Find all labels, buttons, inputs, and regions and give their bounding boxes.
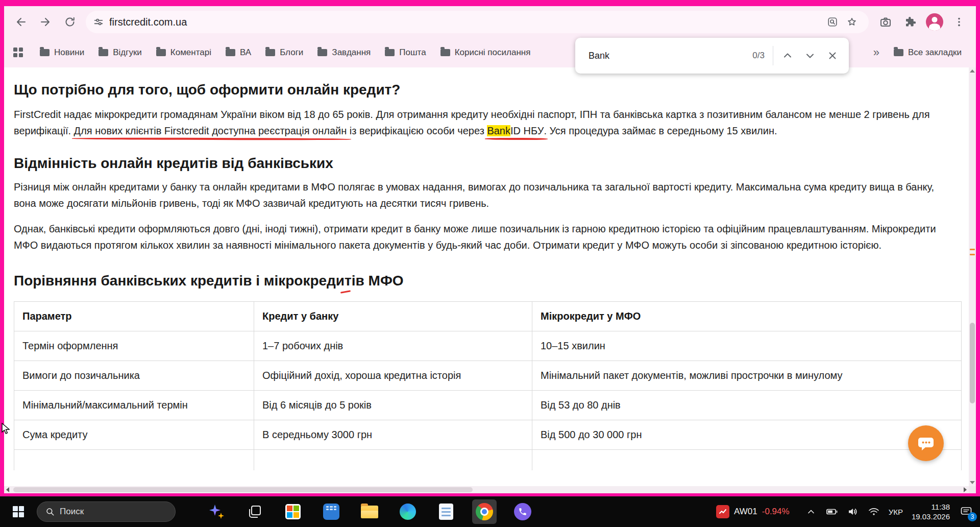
browser-toolbar: firstcredit.com.ua [4,6,976,38]
horizontal-scrollbar[interactable] [4,486,969,493]
folder-icon [226,49,235,56]
page-title: Що потрібно для того, щоб оформити онлай… [14,82,939,98]
browser-menu-button[interactable] [947,10,971,34]
hidden-icons-chevron[interactable] [805,506,817,518]
bookmark-folder-va[interactable]: ВА [220,44,256,61]
find-query-input[interactable]: Bank [589,51,752,61]
kebab-menu-icon [953,16,965,28]
extensions-button[interactable] [898,10,922,34]
stock-ticker-widget[interactable]: AW01 -0.94% [716,505,790,518]
scrollbar-corner [969,486,976,493]
bookmark-label: Корисні посилання [455,47,531,58]
screenshot-camera-button[interactable] [874,10,897,34]
all-bookmarks-button[interactable]: Все закладки [889,44,967,61]
taskbar-search-label: Поиск [60,507,84,517]
table-cell: В середньому 3000 грн [254,420,532,450]
folder-icon [317,49,327,56]
paragraph-difference-2: Однак, банківські кредити оформляються д… [14,221,939,253]
table-row: Термін оформлення 1–7 робочих днів 10–15… [14,331,962,361]
apps-grid-icon[interactable] [13,47,23,58]
table-cell: Офіційний дохід, хороша кредитна історія [254,361,532,391]
taskbar-clock[interactable]: 11:38 19.03.2026 [912,502,950,521]
horizontal-scroll-thumb[interactable] [13,487,473,492]
reload-icon [64,16,76,28]
scroll-down-arrow[interactable] [969,479,976,486]
taskbar-search-box[interactable]: Поиск [37,501,176,522]
paragraph-difference-1: Різниця між онлайн кредитами у банку та … [14,179,939,211]
intro-paragraph: FirstCredit надає мікрокредити громадяна… [14,106,939,139]
table-cell: Вимоги до позичальника [14,361,254,391]
microsoft-logo-icon [285,504,301,519]
vertical-scroll-thumb[interactable] [970,323,975,403]
taskbar-pinned-apps [204,499,535,524]
lens-search-button[interactable] [823,12,842,32]
find-next-button[interactable] [799,44,821,67]
bookmark-folder-poshta[interactable]: Пошта [380,44,431,61]
table-cell: 1–7 робочих днів [254,331,532,361]
find-close-button[interactable] [821,44,844,67]
copilot-app-button[interactable] [204,499,229,524]
back-button[interactable] [9,10,33,34]
windows-taskbar: Поиск [0,496,980,527]
chat-widget-button[interactable] [908,425,944,461]
document-app-button[interactable] [434,499,458,524]
network-wifi-icon[interactable] [868,506,880,518]
scroll-left-arrow[interactable] [4,486,11,493]
find-in-page-bar: Bank 0/3 [575,38,849,74]
folder-icon [894,49,903,56]
edge-app-button[interactable] [396,499,420,524]
find-bar-divider [773,46,773,65]
address-bar[interactable]: firstcredit.com.ua [86,11,869,33]
battery-icon[interactable] [826,506,838,518]
scrollbar-find-marker [970,249,975,250]
microsoft-store-app-button[interactable] [281,499,305,524]
volume-icon[interactable] [847,506,859,518]
bookmark-star-button[interactable] [842,12,862,32]
bookmarks-overflow-chevron[interactable]: » [868,46,885,59]
find-previous-button[interactable] [776,44,799,67]
profile-avatar-button[interactable] [923,10,946,34]
bookmark-folder-korysni[interactable]: Корисні посилання [435,44,536,61]
vertical-scrollbar[interactable] [969,67,976,486]
table-cell: 10–15 хвилин [532,331,962,361]
bookmark-folder-novyny[interactable]: Новини [35,44,89,61]
bookmark-label: ВА [240,47,251,58]
chrome-app-button-active[interactable] [472,499,497,524]
url-text[interactable]: firstcredit.com.ua [109,16,823,28]
bookmark-folder-komentari[interactable]: Коментарі [151,44,216,61]
site-settings-tune-icon[interactable] [93,16,104,28]
table-cell [532,450,962,470]
article: Що потрібно для того, щоб оформити онлай… [4,67,939,470]
page-content: Що потрібно для того, щоб оформити онлай… [4,67,976,493]
forward-arrow-icon [39,16,52,28]
task-view-icon [247,504,262,519]
viber-app-button[interactable] [510,499,535,524]
lens-icon [827,16,838,28]
scroll-up-arrow[interactable] [969,67,976,75]
start-button[interactable] [6,499,31,524]
notification-center-button[interactable]: 3 [959,504,974,519]
table-cell: Мінімальний пакет документів, можливі пр… [532,361,962,391]
red-underlined-text: Для нових клієнтів Firstcredit доступна … [74,125,347,136]
system-tray: УКР 11:38 19.03.2026 3 [805,502,974,521]
viber-icon [514,503,531,520]
intro-text: . Уся процедура займає в середньому 15 х… [544,125,777,136]
scroll-right-arrow[interactable] [962,486,969,493]
bookmark-label: Завдання [332,47,371,58]
table-row-cutoff [14,450,962,470]
forward-button[interactable] [34,10,57,34]
folder-icon [99,49,108,56]
calculator-app-button[interactable] [319,499,344,524]
chrome-browser-icon [476,503,493,520]
bankid-rest-text: ID НБУ [510,125,544,136]
file-explorer-app-button[interactable] [357,499,382,524]
language-indicator[interactable]: УКР [889,508,903,516]
scrollbar-find-marker [970,254,975,255]
table-header-bank: Кредит у банку [254,302,532,331]
reload-button[interactable] [58,10,82,34]
task-view-button[interactable] [242,499,267,524]
table-cell [254,450,532,470]
bookmark-folder-vidhuky[interactable]: Відгуки [93,44,147,61]
bookmark-folder-blohy[interactable]: Блоги [260,44,308,61]
bookmark-folder-zavdannia[interactable]: Завдання [312,44,376,61]
